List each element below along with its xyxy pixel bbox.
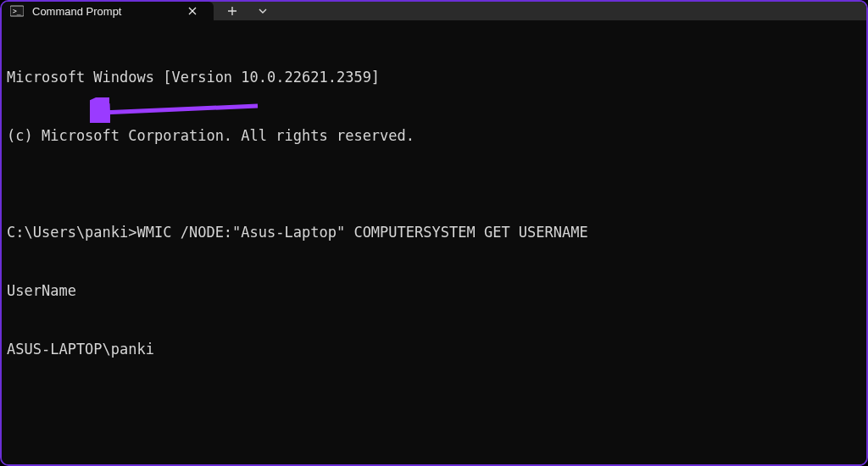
terminal-output[interactable]: Microsoft Windows [Version 10.0.22621.23… [2,20,866,466]
close-tab-button[interactable] [183,2,202,20]
svg-text:>_: >_ [13,8,21,15]
chevron-down-icon [258,8,268,14]
new-tab-button[interactable] [224,3,241,19]
title-bar-actions [214,2,281,20]
tab-title: Command Prompt [32,5,175,18]
title-bar: >_ Command Prompt [2,2,866,20]
plus-icon [227,6,237,16]
cmd-icon: >_ [10,4,24,18]
tab-command-prompt[interactable]: >_ Command Prompt [2,2,214,20]
tab-dropdown-button[interactable] [254,3,271,19]
terminal-window: >_ Command Prompt [0,0,868,466]
svg-line-7 [102,106,258,113]
output-line: Microsoft Windows [Version 10.0.22621.23… [7,68,863,87]
prompt-line: C:\Users\panki>WMIC /NODE:"Asus-Laptop" … [7,223,863,242]
output-line: UserName [7,281,863,301]
output-line: (c) Microsoft Corporation. All rights re… [7,126,863,146]
annotation-arrow [90,97,268,123]
output-line: ASUS-LAPTOP\panki [7,340,863,359]
close-icon [188,7,197,15]
